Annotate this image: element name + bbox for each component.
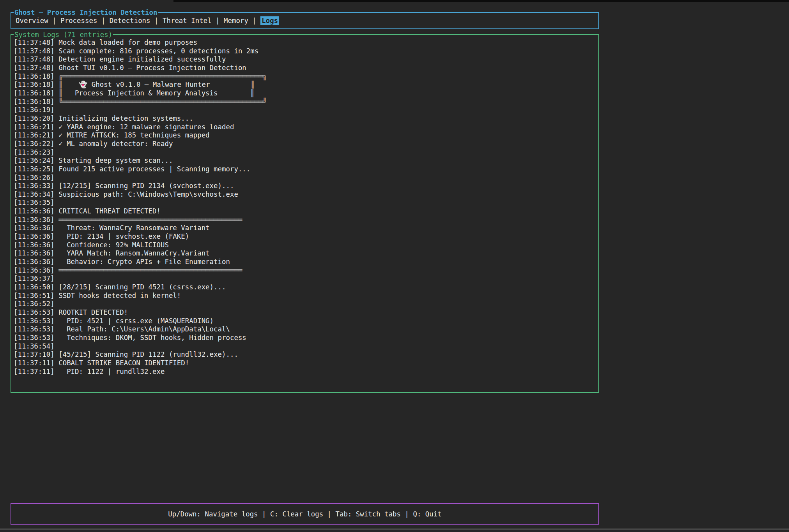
log-timestamp: [11:36:21] [14, 131, 55, 139]
tab-logs[interactable]: Logs [260, 16, 279, 25]
tab-separator: | [212, 17, 224, 25]
log-line: [11:37:10][45/215] Scanning PID 1122 (ru… [14, 351, 597, 359]
log-timestamp: [11:36:20] [14, 115, 55, 122]
log-timestamp: [11:36:36] [14, 241, 55, 249]
log-timestamp: [11:36:53] [14, 325, 55, 333]
log-line: [11:37:48]Ghost TUI v0.1.0 — Process Inj… [14, 64, 597, 72]
log-line: [11:36:53] Techniques: DKOM, SSDT hooks,… [14, 334, 597, 342]
log-line: [11:36:33][12/215] Scanning PID 2134 (sv… [14, 182, 597, 190]
log-timestamp: [11:36:18] [14, 81, 55, 88]
log-timestamp: [11:36:53] [14, 317, 55, 325]
log-message: Ghost TUI v0.1.0 — Process Injection Det… [58, 64, 246, 72]
log-line: [11:37:11] PID: 1122 | rundll32.exe [14, 368, 597, 376]
log-message: [28/215] Scanning PID 4521 (csrss.exe)..… [58, 283, 226, 291]
log-line: [11:36:24]Starting deep system scan... [14, 157, 597, 165]
log-timestamp: [11:37:11] [14, 368, 55, 375]
log-message: ╔═══════════════════════════════════════… [58, 72, 267, 80]
log-line: [11:36:18]║ 👻 Ghost v0.1.0 — Malware Hun… [14, 81, 597, 89]
log-timestamp: [11:37:48] [14, 55, 55, 63]
log-timestamp: [11:36:36] [14, 249, 55, 257]
log-line: [11:36:18]╚═════════════════════════════… [14, 98, 597, 106]
log-timestamp: [11:36:53] [14, 308, 55, 316]
keyboard-hints: Up/Down: Navigate logs | C: Clear logs |… [168, 510, 442, 518]
log-line: [11:36:53]ROOTKIT DETECTED! [14, 308, 597, 317]
log-message: PID: 2134 | svchost.exe (FAKE) [58, 233, 189, 240]
log-line: [11:36:34]Suspicious path: C:\Windows\Te… [14, 190, 597, 199]
log-timestamp: [11:36:24] [14, 157, 55, 164]
tab-separator: | [97, 17, 109, 25]
log-timestamp: [11:36:54] [14, 342, 55, 350]
log-timestamp: [11:36:51] [14, 292, 55, 299]
log-message: ║ 👻 Ghost v0.1.0 — Malware Hunter ║ [58, 81, 255, 88]
log-message: ✓ ML anomaly detector: Ready [58, 140, 173, 148]
log-timestamp: [11:36:35] [14, 199, 55, 206]
log-line: [11:36:36] Threat: WannaCry Ransomware V… [14, 224, 597, 233]
log-line: [11:37:48]Detection engine initialized s… [14, 55, 597, 64]
log-line: [11:37:48]Mock data loaded for demo purp… [14, 39, 597, 47]
log-line: [11:36:52] [14, 300, 597, 308]
log-line: [11:36:26] [14, 174, 597, 182]
log-line: [11:36:22]✓ ML anomaly detector: Ready [14, 140, 597, 148]
log-message: Detection engine initialized successfull… [58, 55, 226, 63]
log-message: ════════════════════════════════════════… [58, 216, 242, 224]
log-timestamp: [11:36:34] [14, 190, 55, 198]
tab-separator: | [248, 17, 260, 25]
log-line: [11:36:23] [14, 148, 597, 157]
log-timestamp: [11:36:36] [14, 258, 55, 266]
log-message: YARA Match: Ransom.WannaCry.Variant [58, 249, 209, 257]
log-line: [11:36:18]║ Process Injection & Memory A… [14, 89, 597, 98]
log-timestamp: [11:36:36] [14, 207, 55, 215]
log-message: Found 215 active processes | Scanning me… [58, 165, 250, 173]
log-message: PID: 4521 | csrss.exe (MASQUERADING) [58, 317, 214, 325]
log-timestamp: [11:36:19] [14, 106, 55, 114]
log-message: ╚═══════════════════════════════════════… [58, 98, 267, 106]
log-lines[interactable]: [11:37:48]Mock data loaded for demo purp… [14, 39, 597, 391]
log-message: Suspicious path: C:\Windows\Temp\svchost… [58, 190, 238, 198]
window-edge-bottom [0, 528, 789, 530]
log-message: SSDT hooks detected in kernel! [58, 292, 181, 299]
app-title: Ghost — Process Injection Detection [14, 8, 158, 17]
log-message: Threat: WannaCry Ransomware Variant [58, 224, 209, 232]
log-line: [11:36:35] [14, 199, 597, 207]
log-line: [11:36:21]✓ MITRE ATT&CK: 185 techniques… [14, 131, 597, 140]
tab-bar: Overview | Processes | Detections | Thre… [16, 17, 279, 25]
log-line: [11:37:11]COBALT STRIKE BEACON IDENTIFIE… [14, 359, 597, 368]
log-message: ✓ MITRE ATT&CK: 185 techniques mapped [58, 131, 209, 139]
log-message: [12/215] Scanning PID 2134 (svchost.exe)… [58, 182, 234, 190]
log-line: [11:36:37] [14, 275, 597, 283]
log-message: Starting deep system scan... [58, 157, 173, 164]
log-message: PID: 1122 | rundll32.exe [58, 368, 165, 375]
log-timestamp: [11:36:52] [14, 300, 55, 308]
log-line: [11:36:20]Initializing detection systems… [14, 115, 597, 123]
log-line: [11:36:54] [14, 342, 597, 351]
logs-panel-title: System Logs (71 entries) [14, 30, 113, 39]
tab-detections[interactable]: Detections [110, 17, 150, 25]
log-timestamp: [11:36:18] [14, 72, 55, 80]
log-line: [11:36:36] Behavior: Crypto APIs + File … [14, 258, 597, 266]
log-timestamp: [11:36:53] [14, 334, 55, 342]
log-timestamp: [11:36:25] [14, 165, 55, 173]
log-timestamp: [11:36:36] [14, 233, 55, 240]
log-timestamp: [11:37:10] [14, 351, 55, 358]
log-timestamp: [11:37:48] [14, 64, 55, 72]
log-line: [11:37:48]Scan complete: 816 processes, … [14, 47, 597, 56]
log-message: Behavior: Crypto APIs + File Enumeration [58, 258, 230, 266]
log-message: Initializing detection systems... [58, 115, 193, 122]
log-line: [11:36:36] YARA Match: Ransom.WannaCry.V… [14, 249, 597, 258]
tab-separator: | [150, 17, 163, 25]
log-line: [11:36:53] PID: 4521 | csrss.exe (MASQUE… [14, 317, 597, 326]
tab-threat-intel[interactable]: Threat Intel [163, 17, 212, 25]
log-line: [11:36:36] PID: 2134 | svchost.exe (FAKE… [14, 233, 597, 241]
log-timestamp: [11:36:36] [14, 224, 55, 232]
log-message: ║ Process Injection & Memory Analysis ║ [58, 89, 255, 97]
title-panel: Ghost — Process Injection Detection Over… [11, 12, 599, 29]
log-line: [11:36:21]✓ YARA engine: 12 malware sign… [14, 123, 597, 132]
system-logs-panel: System Logs (71 entries) [11:37:48]Mock … [11, 34, 599, 393]
log-line: [11:36:51]SSDT hooks detected in kernel! [14, 292, 597, 300]
tab-processes[interactable]: Processes [60, 17, 97, 25]
tab-overview[interactable]: Overview [16, 17, 48, 25]
log-message: COBALT STRIKE BEACON IDENTIFIED! [58, 359, 189, 367]
tab-memory[interactable]: Memory [224, 17, 248, 25]
log-line: [11:36:36]══════════════════════════════… [14, 216, 597, 224]
log-timestamp: [11:36:18] [14, 98, 55, 106]
